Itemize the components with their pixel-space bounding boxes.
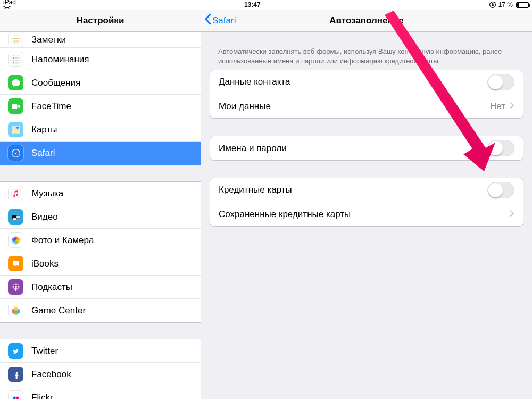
sidebar-item-label: Фото и Камера	[31, 235, 193, 246]
setting-value: Нет	[490, 101, 505, 112]
chevron-right-icon	[510, 209, 514, 220]
chevron-left-icon	[204, 13, 211, 28]
svg-rect-2	[12, 36, 20, 44]
settings-group: Данные контактаМои данныеНет	[210, 70, 523, 119]
maps-icon	[8, 122, 23, 137]
setting-row-credit_cards: Кредитные карты	[210, 178, 523, 202]
reminders-icon	[8, 52, 23, 67]
setting-row-saved_cards[interactable]: Сохраненные кредитные карты	[210, 202, 523, 226]
gamecenter-icon	[8, 303, 23, 318]
svg-rect-24	[16, 215, 20, 218]
setting-row-my_info[interactable]: Мои данныеНет	[210, 94, 523, 118]
sidebar-item-label: Flickr	[31, 393, 193, 399]
detail-title: Автозаполнение	[329, 15, 403, 26]
sidebar-item-reminders[interactable]: Напоминания	[0, 48, 201, 71]
ibooks-icon	[8, 256, 23, 271]
messages-icon	[8, 75, 23, 90]
sidebar-nav: Настройки	[0, 10, 201, 32]
sidebar-item-podcasts[interactable]: Подкасты	[0, 276, 201, 299]
svg-rect-23	[13, 218, 16, 220]
sidebar-item-label: Подкасты	[31, 282, 193, 293]
sidebar-item-messages[interactable]: Сообщения	[0, 71, 201, 95]
sidebar-title: Настройки	[77, 15, 124, 26]
sidebar-item-gamecenter[interactable]: Game Center	[0, 299, 201, 322]
svg-point-7	[13, 57, 14, 58]
detail-content: Автоматически заполнять веб-формы, испол…	[201, 32, 532, 244]
facetime-icon	[8, 98, 23, 114]
status-bar: iPad 13:47 17 %	[0, 0, 532, 10]
sidebar-item-label: Заметки	[31, 35, 193, 45]
settings-sidebar: Настройки ЗаметкиНапоминанияСообщенияFac…	[0, 10, 201, 399]
sidebar-item-label: Safari	[31, 148, 193, 159]
sidebar-item-notes[interactable]: Заметки	[0, 32, 201, 48]
sidebar-item-twitter[interactable]: Twitter	[0, 339, 201, 363]
detail-pane: Safari Автозаполнение Автоматически запо…	[201, 10, 532, 399]
svg-point-9	[13, 61, 14, 62]
svg-rect-42	[12, 394, 20, 399]
toggle-names_passwords[interactable]	[487, 140, 514, 156]
sidebar-item-label: Музыка	[31, 188, 193, 199]
setting-label: Кредитные карты	[219, 185, 487, 195]
music-icon	[8, 186, 23, 201]
battery-percent: 17 %	[498, 1, 513, 9]
photos-icon	[8, 232, 23, 248]
flickr-icon	[8, 390, 23, 400]
svg-rect-13	[12, 104, 17, 109]
sidebar-item-label: Game Center	[31, 305, 193, 316]
svg-point-39	[14, 311, 18, 314]
setting-label: Мои данные	[219, 101, 490, 112]
svg-point-38	[13, 306, 18, 311]
setting-label: Сохраненные кредитные карты	[219, 209, 510, 220]
battery-icon	[515, 2, 529, 8]
toggle-credit_cards[interactable]	[487, 182, 514, 198]
sidebar-item-facetime[interactable]: FaceTime	[0, 95, 201, 118]
svg-point-30	[12, 237, 15, 241]
sidebar-item-music[interactable]: Музыка	[0, 182, 201, 205]
sidebar-item-flickr[interactable]: Flickr	[0, 386, 201, 399]
svg-point-8	[13, 59, 14, 60]
back-label: Safari	[212, 15, 236, 26]
sidebar-list[interactable]: ЗаметкиНапоминанияСообщенияFaceTimeКарты…	[0, 32, 201, 399]
sidebar-item-label: Facebook	[31, 369, 193, 380]
svg-rect-1	[492, 4, 494, 6]
podcasts-icon	[8, 279, 23, 295]
detail-nav: Safari Автозаполнение	[201, 10, 532, 32]
section-caption: Автоматически заполнять веб-формы, испол…	[201, 32, 532, 70]
sidebar-item-label: iBooks	[31, 259, 193, 269]
settings-group: Имена и пароли	[210, 136, 523, 161]
sidebar-item-label: Карты	[31, 124, 193, 135]
svg-rect-20	[12, 189, 20, 198]
sidebar-item-videos[interactable]: Видео	[0, 205, 201, 229]
sidebar-item-label: Сообщения	[31, 78, 193, 88]
toggle-contact_info[interactable]	[487, 74, 514, 90]
back-button[interactable]: Safari	[204, 10, 236, 31]
setting-row-contact_info: Данные контакта	[210, 70, 523, 94]
sidebar-item-label: FaceTime	[31, 101, 193, 112]
device-label: iPad	[3, 0, 16, 6]
sidebar-item-label: Видео	[31, 212, 193, 222]
rotation-lock-icon	[489, 1, 496, 9]
safari-icon	[8, 145, 23, 161]
sidebar-item-safari[interactable]: Safari	[0, 142, 201, 165]
setting-label: Имена и пароли	[219, 143, 487, 154]
sidebar-item-maps[interactable]: Карты	[0, 118, 201, 142]
videos-icon	[8, 209, 23, 225]
sidebar-item-ibooks[interactable]: iBooks	[0, 252, 201, 276]
sidebar-item-label: Twitter	[31, 346, 193, 356]
svg-point-33	[15, 286, 17, 288]
chevron-right-icon	[510, 101, 514, 112]
sidebar-item-facebook[interactable]: Facebook	[0, 363, 201, 386]
sidebar-item-label: Напоминания	[31, 54, 193, 65]
clock: 13:47	[16, 1, 489, 9]
setting-row-names_passwords: Имена и пароли	[210, 136, 523, 160]
sidebar-item-photos[interactable]: Фото и Камера	[0, 229, 201, 252]
facebook-icon	[8, 367, 23, 382]
setting-label: Данные контакта	[219, 77, 487, 87]
svg-point-15	[16, 127, 19, 129]
twitter-icon	[8, 343, 23, 359]
settings-group: Кредитные картыСохраненные кредитные кар…	[210, 178, 523, 227]
notes-icon	[8, 32, 23, 47]
